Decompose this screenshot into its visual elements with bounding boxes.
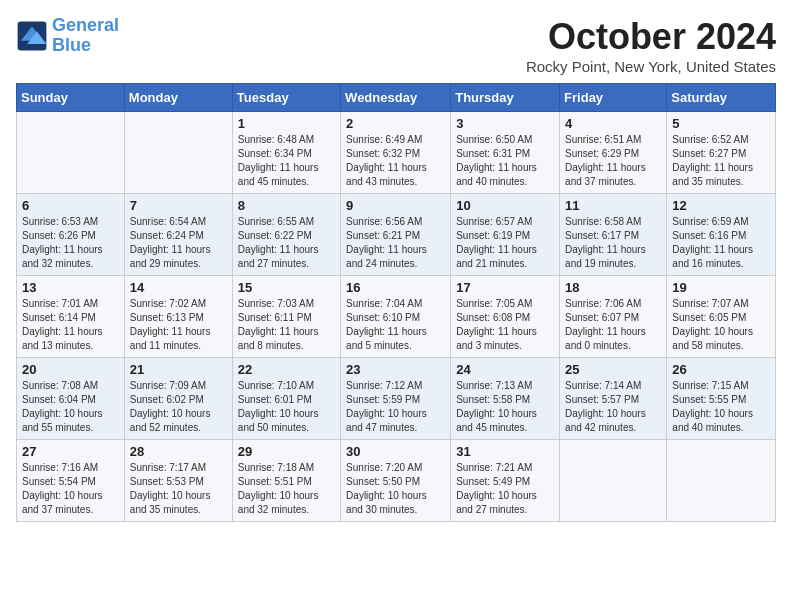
calendar-week-row: 13Sunrise: 7:01 AMSunset: 6:14 PMDayligh… — [17, 276, 776, 358]
calendar-cell: 23Sunrise: 7:12 AMSunset: 5:59 PMDayligh… — [341, 358, 451, 440]
calendar-cell: 8Sunrise: 6:55 AMSunset: 6:22 PMDaylight… — [232, 194, 340, 276]
day-number: 13 — [22, 280, 119, 295]
calendar-cell: 9Sunrise: 6:56 AMSunset: 6:21 PMDaylight… — [341, 194, 451, 276]
day-number: 22 — [238, 362, 335, 377]
day-number: 15 — [238, 280, 335, 295]
day-number: 19 — [672, 280, 770, 295]
weekday-header: Sunday — [17, 84, 125, 112]
day-number: 9 — [346, 198, 445, 213]
calendar-week-row: 6Sunrise: 6:53 AMSunset: 6:26 PMDaylight… — [17, 194, 776, 276]
calendar-cell: 1Sunrise: 6:48 AMSunset: 6:34 PMDaylight… — [232, 112, 340, 194]
calendar-cell — [17, 112, 125, 194]
logo: General Blue — [16, 16, 119, 56]
day-number: 25 — [565, 362, 661, 377]
day-number: 26 — [672, 362, 770, 377]
weekday-header-row: SundayMondayTuesdayWednesdayThursdayFrid… — [17, 84, 776, 112]
day-number: 24 — [456, 362, 554, 377]
month-title: October 2024 — [526, 16, 776, 58]
calendar-cell: 21Sunrise: 7:09 AMSunset: 6:02 PMDayligh… — [124, 358, 232, 440]
day-number: 4 — [565, 116, 661, 131]
cell-details: Sunrise: 6:48 AMSunset: 6:34 PMDaylight:… — [238, 133, 335, 189]
cell-details: Sunrise: 6:58 AMSunset: 6:17 PMDaylight:… — [565, 215, 661, 271]
calendar-cell: 16Sunrise: 7:04 AMSunset: 6:10 PMDayligh… — [341, 276, 451, 358]
calendar-cell: 19Sunrise: 7:07 AMSunset: 6:05 PMDayligh… — [667, 276, 776, 358]
day-number: 10 — [456, 198, 554, 213]
day-number: 18 — [565, 280, 661, 295]
cell-details: Sunrise: 7:20 AMSunset: 5:50 PMDaylight:… — [346, 461, 445, 517]
page-header: General Blue October 2024 Rocky Point, N… — [16, 16, 776, 75]
calendar-cell — [667, 440, 776, 522]
day-number: 14 — [130, 280, 227, 295]
calendar-cell: 30Sunrise: 7:20 AMSunset: 5:50 PMDayligh… — [341, 440, 451, 522]
cell-details: Sunrise: 7:10 AMSunset: 6:01 PMDaylight:… — [238, 379, 335, 435]
cell-details: Sunrise: 6:50 AMSunset: 6:31 PMDaylight:… — [456, 133, 554, 189]
weekday-header: Saturday — [667, 84, 776, 112]
day-number: 8 — [238, 198, 335, 213]
title-block: October 2024 Rocky Point, New York, Unit… — [526, 16, 776, 75]
calendar-cell: 12Sunrise: 6:59 AMSunset: 6:16 PMDayligh… — [667, 194, 776, 276]
cell-details: Sunrise: 6:51 AMSunset: 6:29 PMDaylight:… — [565, 133, 661, 189]
day-number: 6 — [22, 198, 119, 213]
weekday-header: Monday — [124, 84, 232, 112]
calendar-cell: 18Sunrise: 7:06 AMSunset: 6:07 PMDayligh… — [560, 276, 667, 358]
day-number: 31 — [456, 444, 554, 459]
calendar-cell: 24Sunrise: 7:13 AMSunset: 5:58 PMDayligh… — [451, 358, 560, 440]
day-number: 1 — [238, 116, 335, 131]
day-number: 30 — [346, 444, 445, 459]
calendar-cell: 31Sunrise: 7:21 AMSunset: 5:49 PMDayligh… — [451, 440, 560, 522]
day-number: 27 — [22, 444, 119, 459]
cell-details: Sunrise: 7:08 AMSunset: 6:04 PMDaylight:… — [22, 379, 119, 435]
cell-details: Sunrise: 7:05 AMSunset: 6:08 PMDaylight:… — [456, 297, 554, 353]
day-number: 16 — [346, 280, 445, 295]
calendar-cell: 26Sunrise: 7:15 AMSunset: 5:55 PMDayligh… — [667, 358, 776, 440]
cell-details: Sunrise: 7:02 AMSunset: 6:13 PMDaylight:… — [130, 297, 227, 353]
day-number: 20 — [22, 362, 119, 377]
cell-details: Sunrise: 6:54 AMSunset: 6:24 PMDaylight:… — [130, 215, 227, 271]
cell-details: Sunrise: 6:57 AMSunset: 6:19 PMDaylight:… — [456, 215, 554, 271]
day-number: 2 — [346, 116, 445, 131]
calendar-week-row: 1Sunrise: 6:48 AMSunset: 6:34 PMDaylight… — [17, 112, 776, 194]
calendar-cell: 14Sunrise: 7:02 AMSunset: 6:13 PMDayligh… — [124, 276, 232, 358]
logo-text: General Blue — [52, 16, 119, 56]
day-number: 23 — [346, 362, 445, 377]
cell-details: Sunrise: 7:09 AMSunset: 6:02 PMDaylight:… — [130, 379, 227, 435]
calendar-cell: 27Sunrise: 7:16 AMSunset: 5:54 PMDayligh… — [17, 440, 125, 522]
day-number: 5 — [672, 116, 770, 131]
calendar-cell — [124, 112, 232, 194]
cell-details: Sunrise: 7:07 AMSunset: 6:05 PMDaylight:… — [672, 297, 770, 353]
cell-details: Sunrise: 7:04 AMSunset: 6:10 PMDaylight:… — [346, 297, 445, 353]
cell-details: Sunrise: 6:52 AMSunset: 6:27 PMDaylight:… — [672, 133, 770, 189]
calendar-cell: 10Sunrise: 6:57 AMSunset: 6:19 PMDayligh… — [451, 194, 560, 276]
day-number: 12 — [672, 198, 770, 213]
cell-details: Sunrise: 7:03 AMSunset: 6:11 PMDaylight:… — [238, 297, 335, 353]
calendar-cell: 29Sunrise: 7:18 AMSunset: 5:51 PMDayligh… — [232, 440, 340, 522]
cell-details: Sunrise: 7:16 AMSunset: 5:54 PMDaylight:… — [22, 461, 119, 517]
cell-details: Sunrise: 6:49 AMSunset: 6:32 PMDaylight:… — [346, 133, 445, 189]
cell-details: Sunrise: 7:12 AMSunset: 5:59 PMDaylight:… — [346, 379, 445, 435]
cell-details: Sunrise: 6:56 AMSunset: 6:21 PMDaylight:… — [346, 215, 445, 271]
day-number: 17 — [456, 280, 554, 295]
day-number: 3 — [456, 116, 554, 131]
weekday-header: Thursday — [451, 84, 560, 112]
calendar-cell: 17Sunrise: 7:05 AMSunset: 6:08 PMDayligh… — [451, 276, 560, 358]
weekday-header: Friday — [560, 84, 667, 112]
cell-details: Sunrise: 7:17 AMSunset: 5:53 PMDaylight:… — [130, 461, 227, 517]
weekday-header: Wednesday — [341, 84, 451, 112]
calendar-cell: 2Sunrise: 6:49 AMSunset: 6:32 PMDaylight… — [341, 112, 451, 194]
day-number: 21 — [130, 362, 227, 377]
calendar-cell: 20Sunrise: 7:08 AMSunset: 6:04 PMDayligh… — [17, 358, 125, 440]
cell-details: Sunrise: 7:13 AMSunset: 5:58 PMDaylight:… — [456, 379, 554, 435]
cell-details: Sunrise: 7:06 AMSunset: 6:07 PMDaylight:… — [565, 297, 661, 353]
calendar-table: SundayMondayTuesdayWednesdayThursdayFrid… — [16, 83, 776, 522]
day-number: 29 — [238, 444, 335, 459]
calendar-cell: 13Sunrise: 7:01 AMSunset: 6:14 PMDayligh… — [17, 276, 125, 358]
calendar-cell: 25Sunrise: 7:14 AMSunset: 5:57 PMDayligh… — [560, 358, 667, 440]
cell-details: Sunrise: 6:53 AMSunset: 6:26 PMDaylight:… — [22, 215, 119, 271]
calendar-cell: 3Sunrise: 6:50 AMSunset: 6:31 PMDaylight… — [451, 112, 560, 194]
logo-icon — [16, 20, 48, 52]
cell-details: Sunrise: 7:14 AMSunset: 5:57 PMDaylight:… — [565, 379, 661, 435]
cell-details: Sunrise: 6:55 AMSunset: 6:22 PMDaylight:… — [238, 215, 335, 271]
day-number: 28 — [130, 444, 227, 459]
calendar-cell: 7Sunrise: 6:54 AMSunset: 6:24 PMDaylight… — [124, 194, 232, 276]
cell-details: Sunrise: 7:21 AMSunset: 5:49 PMDaylight:… — [456, 461, 554, 517]
